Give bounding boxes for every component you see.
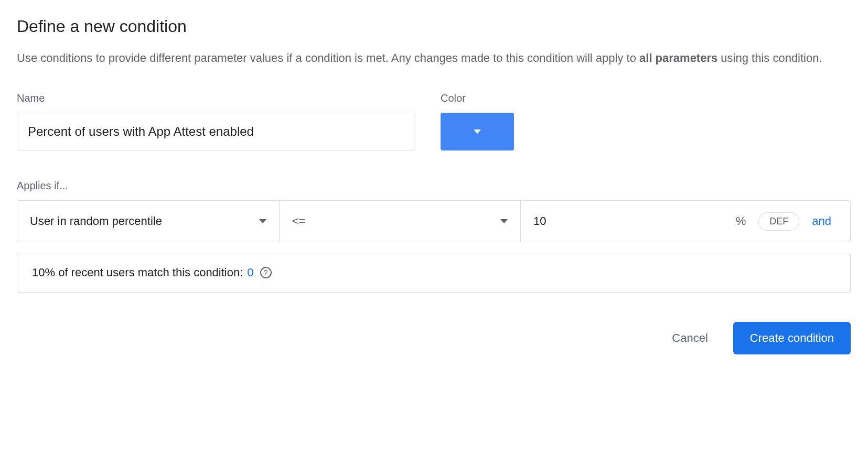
match-info-box: 10% of recent users match this condition… xyxy=(17,253,851,293)
caret-down-icon xyxy=(500,219,508,223)
rule-operator-text: <= xyxy=(292,214,306,228)
rule-row: User in random percentile <= % DEF and xyxy=(17,200,851,242)
create-condition-button[interactable]: Create condition xyxy=(733,322,851,354)
caret-down-icon xyxy=(474,130,481,134)
name-label: Name xyxy=(17,92,415,104)
page-title: Define a new condition xyxy=(17,17,851,36)
name-input[interactable] xyxy=(17,113,415,150)
caret-down-icon xyxy=(259,219,266,223)
rule-type-dropdown[interactable]: User in random percentile xyxy=(17,201,280,242)
and-button[interactable]: and xyxy=(812,214,831,228)
def-chip[interactable]: DEF xyxy=(758,212,799,231)
match-count: 0 xyxy=(247,266,253,279)
applies-if-label: Applies if... xyxy=(17,180,851,192)
rule-value-input[interactable] xyxy=(533,214,586,228)
percent-unit: % xyxy=(736,214,746,228)
cancel-button[interactable]: Cancel xyxy=(659,323,720,353)
rule-operator-dropdown[interactable]: <= xyxy=(280,201,521,242)
color-picker-button[interactable] xyxy=(441,113,514,150)
color-label: Color xyxy=(441,92,514,104)
description-text: Use conditions to provide different para… xyxy=(17,49,851,67)
match-text: 10% of recent users match this condition… xyxy=(32,266,243,279)
rule-type-text: User in random percentile xyxy=(30,214,162,228)
help-icon[interactable]: ? xyxy=(260,267,272,278)
